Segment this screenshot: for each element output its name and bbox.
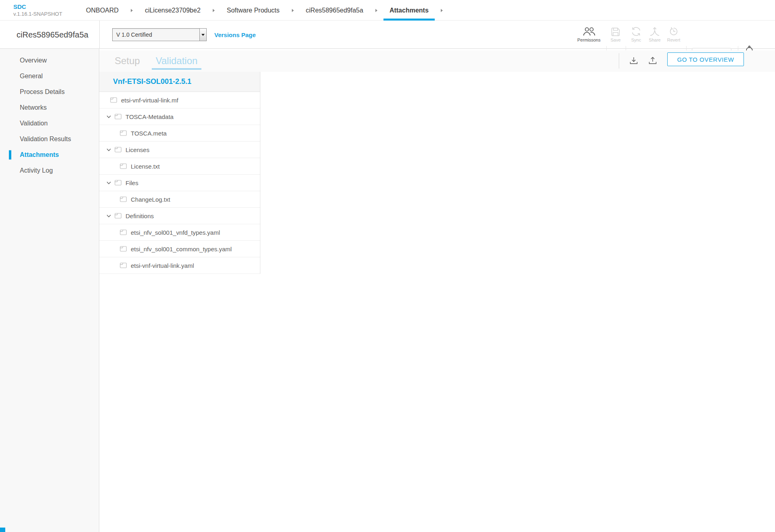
tabs: Setup Validation — [115, 50, 197, 72]
tree-item-label: Files — [126, 179, 138, 186]
page-header: ciRes58965ed9fa5a V 1.0 Certified Versio… — [0, 21, 775, 49]
tree-item-file[interactable]: etsi-vnf-virtual-link.yaml — [99, 257, 260, 274]
go-to-overview-button[interactable]: GO TO OVERVIEW — [667, 52, 744, 66]
divider — [99, 21, 100, 49]
app-build-version: v.1.16.1-SNAPSHOT — [13, 11, 62, 17]
file-icon — [110, 97, 117, 103]
file-icon — [120, 263, 127, 268]
app-name: SDC — [13, 3, 62, 11]
attachments-tab-strip: Setup Validation GO TO OVERVIEW — [99, 50, 775, 72]
chevron-down-icon[interactable] — [107, 182, 111, 184]
tree-item-label: License.txt — [131, 163, 160, 170]
file-icon — [120, 130, 127, 136]
tree-item-file[interactable]: etsi_nfv_sol001_vnfd_types.yaml — [99, 224, 260, 241]
breadcrumb-license-model[interactable]: ciLicense23709be2 — [145, 7, 201, 14]
tree-item-label: ChangeLog.txt — [131, 196, 170, 203]
divider — [619, 53, 619, 69]
breadcrumb-software-product[interactable]: ciRes58965ed9fa5a — [306, 7, 363, 14]
revert-icon — [660, 25, 688, 36]
tree-item-label: etsi-vnf-virtual-link.yaml — [131, 262, 194, 269]
file-icon — [120, 246, 127, 252]
sidebar-item-attachments[interactable]: Attachments — [0, 147, 99, 163]
sidebar-item-process-details[interactable]: Process Details — [0, 84, 99, 100]
versions-page-link[interactable]: Versions Page — [214, 21, 256, 49]
breadcrumb-attachments[interactable]: Attachments — [383, 0, 435, 21]
tree-item-file[interactable]: TOSCA.meta — [99, 125, 260, 142]
tree-item-label: etsi_nfv_sol001_common_types.yaml — [131, 246, 232, 252]
attachments-file-tree-panel: Vnf-ETSI-SOL001-2.5.1 etsi-vnf-virtual-l… — [99, 72, 260, 274]
tree-item-label: etsi_nfv_sol001_vnfd_types.yaml — [131, 229, 220, 236]
tab-setup[interactable]: Setup — [115, 55, 140, 67]
tree-item-label: Licenses — [126, 146, 149, 153]
tree-item-file[interactable]: etsi_nfv_sol001_common_types.yaml — [99, 241, 260, 257]
version-select[interactable]: V 1.0 Certified — [112, 28, 207, 41]
bottom-left-marker — [0, 528, 5, 532]
chevron-right-icon — [213, 9, 215, 12]
chevron-down-icon[interactable] — [107, 115, 111, 118]
breadcrumb-software-products[interactable]: Software Products — [227, 7, 280, 14]
tab-validation[interactable]: Validation — [156, 55, 198, 67]
sidebar-item-networks[interactable]: Networks — [0, 100, 99, 115]
chevron-right-icon — [375, 9, 377, 12]
tree-item-folder[interactable]: Licenses — [99, 142, 260, 158]
sidebar-item-overview[interactable]: Overview — [0, 52, 99, 68]
tree-item-folder[interactable]: Definitions — [99, 208, 260, 224]
version-select-value: V 1.0 Certified — [113, 29, 199, 41]
folder-icon — [115, 180, 121, 186]
tree-item-label: Definitions — [126, 213, 154, 219]
users-icon — [575, 25, 603, 36]
permissions-label: Permissons — [575, 38, 603, 42]
chevron-down-icon[interactable] — [107, 215, 111, 217]
upload-icon[interactable] — [648, 56, 657, 65]
folder-icon — [115, 213, 121, 219]
permissions-button[interactable]: Permissons — [575, 25, 603, 42]
chevron-right-icon — [441, 9, 443, 12]
breadcrumb-onboard[interactable]: ONBOARD — [86, 7, 119, 14]
version-select-button[interactable] — [199, 29, 206, 41]
sidebar-nav: Overview General Process Details Network… — [0, 49, 99, 532]
chevron-right-icon — [131, 9, 133, 12]
tree-item-file[interactable]: ChangeLog.txt — [99, 191, 260, 208]
file-icon — [120, 163, 127, 169]
tree-root-title: Vnf-ETSI-SOL001-2.5.1 — [99, 72, 260, 92]
sidebar-item-general[interactable]: General — [0, 68, 99, 84]
sidebar-item-validation-results[interactable]: Validation Results — [0, 131, 99, 147]
file-icon — [120, 229, 127, 235]
tree-item-folder[interactable]: TOSCA-Metadata — [99, 108, 260, 125]
file-icon — [120, 196, 127, 202]
sdc-attachments-screen: SDC v.1.16.1-SNAPSHOT ONBOARD ciLicense2… — [0, 0, 775, 532]
revert-label: Revert — [660, 38, 688, 42]
tree-item-label: TOSCA.meta — [131, 130, 167, 137]
folder-icon — [115, 114, 121, 119]
sidebar-item-activity-log[interactable]: Activity Log — [0, 163, 99, 178]
dropdown-arrow-icon — [201, 34, 205, 36]
tree-item-file[interactable]: etsi-vnf-virtual-link.mf — [99, 92, 260, 108]
app-logo[interactable]: SDC v.1.16.1-SNAPSHOT — [13, 3, 62, 17]
tree-item-label: etsi-vnf-virtual-link.mf — [121, 97, 178, 104]
chevron-right-icon — [292, 9, 294, 12]
breadcrumb: ONBOARD ciLicense23709be2 Software Produ… — [80, 0, 449, 21]
download-icon[interactable] — [629, 56, 638, 65]
revert-button[interactable]: Revert — [660, 25, 688, 42]
chevron-down-icon[interactable] — [107, 148, 111, 151]
tree-item-file[interactable]: License.txt — [99, 158, 260, 175]
top-bar: SDC v.1.16.1-SNAPSHOT ONBOARD ciLicense2… — [0, 0, 775, 21]
tree-item-label: TOSCA-Metadata — [126, 113, 174, 120]
sidebar-item-validation[interactable]: Validation — [0, 115, 99, 131]
page-title: ciRes58965ed9fa5a — [17, 21, 88, 49]
tree-item-folder[interactable]: Files — [99, 175, 260, 191]
folder-icon — [115, 147, 121, 152]
